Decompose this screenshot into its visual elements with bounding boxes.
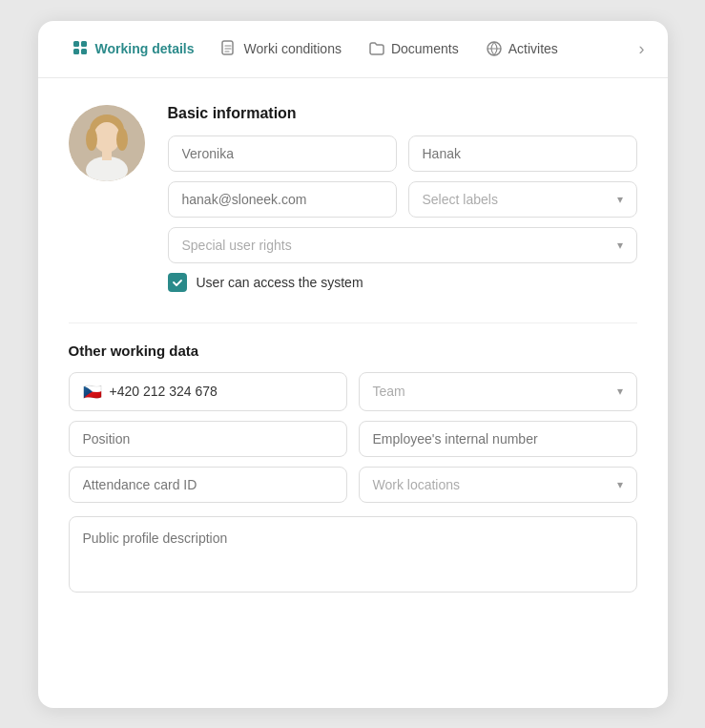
phone-team-row: 🇨🇿 +420 212 324 678 Team ▾ [69, 372, 637, 411]
svg-rect-4 [222, 41, 233, 54]
svg-rect-0 [73, 41, 79, 47]
svg-point-8 [93, 122, 120, 153]
page-content: Basic information Select labels ▾ Specia… [38, 78, 668, 623]
other-working-title: Other working data [69, 343, 637, 359]
checkmark-icon [172, 277, 183, 288]
svg-rect-1 [73, 49, 79, 54]
attendance-card-input[interactable] [69, 467, 347, 503]
avatar [69, 105, 145, 181]
nav-activities[interactable]: Activites [474, 32, 570, 65]
main-card: Working details Worki conditions Documen… [38, 21, 668, 708]
email-labels-row: Select labels ▾ [168, 181, 637, 218]
globe-icon [486, 40, 503, 57]
svg-point-9 [86, 128, 97, 151]
team-chevron-icon: ▾ [617, 385, 623, 398]
other-working-section: Other working data 🇨🇿 +420 212 324 678 T… [69, 343, 637, 596]
labels-select[interactable]: Select labels ▾ [408, 181, 637, 218]
svg-rect-2 [81, 41, 87, 47]
work-locations-chevron-icon: ▾ [617, 478, 623, 491]
system-access-checkbox[interactable] [168, 273, 187, 292]
nav-more-chevron[interactable]: › [639, 39, 645, 59]
svg-rect-12 [102, 151, 112, 160]
basic-info-fields: Basic information Select labels ▾ Specia… [168, 105, 637, 292]
doc-icon [220, 40, 238, 57]
nav-documents[interactable]: Documents [357, 32, 470, 65]
position-employee-row [69, 421, 637, 457]
phone-field[interactable]: 🇨🇿 +420 212 324 678 [69, 372, 347, 411]
work-locations-select[interactable]: Work locations ▾ [359, 467, 637, 503]
nav-documents-label: Documents [391, 41, 459, 56]
basic-info-title: Basic information [168, 105, 637, 122]
employee-number-input[interactable] [359, 421, 637, 457]
email-input[interactable] [168, 181, 397, 218]
svg-rect-3 [81, 49, 87, 54]
system-access-row: User can access the system [168, 273, 637, 292]
public-profile-textarea[interactable] [69, 516, 637, 593]
position-input[interactable] [69, 421, 347, 457]
special-rights-select[interactable]: Special user rights ▾ [168, 227, 637, 263]
team-select[interactable]: Team ▾ [359, 372, 637, 411]
special-rights-placeholder: Special user rights [182, 238, 292, 253]
avatar-wrap [69, 105, 145, 292]
section-divider [69, 322, 637, 323]
folder-icon [368, 40, 385, 57]
nav-working-details[interactable]: Working details [61, 32, 206, 65]
labels-chevron-icon: ▾ [617, 193, 623, 206]
top-nav: Working details Worki conditions Documen… [38, 21, 668, 78]
svg-point-10 [116, 128, 128, 151]
name-row [168, 135, 637, 172]
nav-working-conditions[interactable]: Worki conditions [209, 32, 352, 65]
system-access-label: User can access the system [197, 275, 363, 290]
nav-activities-label: Activites [508, 41, 558, 56]
labels-placeholder: Select labels [423, 192, 498, 207]
special-rights-chevron-icon: ▾ [617, 239, 623, 252]
basic-info-section: Basic information Select labels ▾ Specia… [69, 105, 637, 292]
phone-value: +420 212 324 678 [110, 384, 218, 399]
attendance-locations-row: Work locations ▾ [69, 467, 637, 503]
nav-working-conditions-label: Worki conditions [243, 41, 341, 56]
first-name-input[interactable] [168, 135, 397, 172]
team-placeholder: Team [373, 384, 405, 399]
grid-icon [73, 40, 90, 57]
last-name-input[interactable] [408, 135, 637, 172]
work-locations-placeholder: Work locations [373, 477, 461, 492]
nav-working-details-label: Working details [95, 41, 195, 56]
phone-flag: 🇨🇿 [83, 383, 102, 401]
